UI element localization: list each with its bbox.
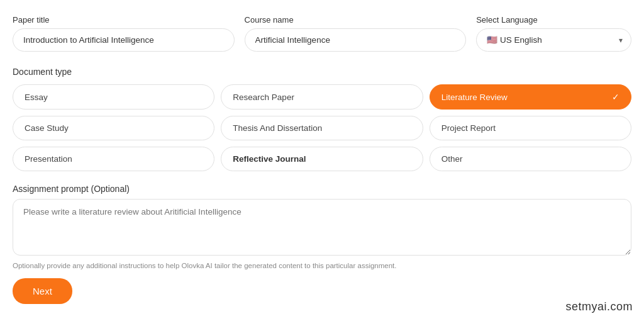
course-name-group: Course name bbox=[245, 15, 467, 52]
course-name-input[interactable] bbox=[245, 28, 467, 52]
doc-type-presentation[interactable]: Presentation bbox=[13, 147, 214, 171]
course-name-label: Course name bbox=[245, 15, 467, 25]
prompt-title: Assignment prompt (Optional) bbox=[13, 184, 631, 194]
prompt-textarea[interactable] bbox=[13, 199, 631, 256]
watermark: setmyai.com bbox=[565, 300, 633, 313]
select-language-label: Select Language bbox=[476, 15, 631, 25]
prompt-hint: Optionally provide any additional instru… bbox=[13, 262, 631, 269]
document-type-grid: EssayResearch PaperLiterature Review✓Cas… bbox=[13, 84, 631, 171]
paper-title-group: Paper title bbox=[13, 15, 235, 52]
paper-title-label: Paper title bbox=[13, 15, 235, 25]
doc-type-other[interactable]: Other bbox=[430, 147, 631, 171]
doc-type-literature-review[interactable]: Literature Review✓ bbox=[430, 84, 631, 110]
paper-title-input[interactable] bbox=[13, 28, 235, 52]
document-type-title: Document type bbox=[13, 67, 631, 77]
next-button[interactable]: Next bbox=[13, 278, 72, 304]
language-select-wrapper: 🇺🇸 US English 🇬🇧 UK English 🇦🇺 AU Englis… bbox=[476, 28, 631, 52]
select-language-group: Select Language 🇺🇸 US English 🇬🇧 UK Engl… bbox=[476, 15, 631, 52]
prompt-section: Assignment prompt (Optional) Optionally … bbox=[13, 184, 631, 269]
doc-type-reflective-journal[interactable]: Reflective Journal bbox=[221, 147, 423, 171]
doc-type-essay[interactable]: Essay bbox=[13, 84, 214, 110]
check-icon: ✓ bbox=[612, 92, 619, 102]
doc-type-case-study[interactable]: Case Study bbox=[13, 116, 214, 140]
doc-type-project-report[interactable]: Project Report bbox=[430, 116, 631, 140]
document-type-section: Document type EssayResearch PaperLiterat… bbox=[13, 67, 631, 171]
doc-type-thesis[interactable]: Thesis And Dissertation bbox=[221, 116, 423, 140]
language-select[interactable]: 🇺🇸 US English 🇬🇧 UK English 🇦🇺 AU Englis… bbox=[476, 28, 631, 52]
doc-type-research-paper[interactable]: Research Paper bbox=[221, 84, 423, 110]
